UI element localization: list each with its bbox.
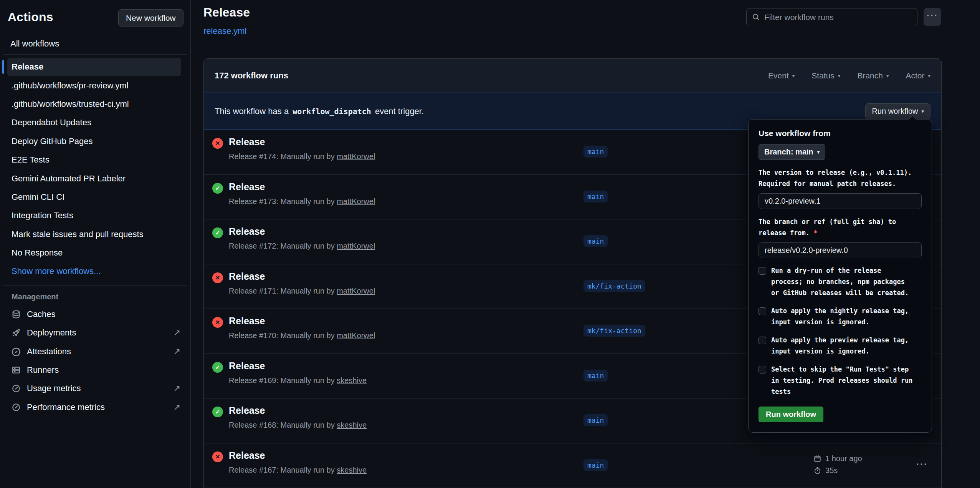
run-title-link[interactable]: Release	[229, 315, 265, 327]
runs-filters: Event▾ Status▾ Branch▾ Actor▾	[768, 71, 930, 80]
sidebar-item-dependabot-updates[interactable]: Dependabot Updates	[7, 113, 181, 132]
dry-run-checkbox[interactable]	[759, 267, 766, 275]
version-input[interactable]	[759, 193, 922, 209]
management-list: Caches Deployments ↗ Attestations ↗ Runn…	[0, 305, 190, 417]
branch-badge[interactable]: main	[583, 146, 608, 158]
sidebar-item-mark-stale[interactable]: Mark stale issues and pull requests	[7, 225, 181, 244]
branch-badge[interactable]: mk/fix-action	[583, 325, 645, 337]
run-title-link[interactable]: Release	[229, 360, 265, 372]
chevron-down-icon: ▾	[928, 73, 930, 79]
sidebar-item-label: Integration Tests	[12, 211, 73, 221]
meter-icon	[12, 403, 21, 412]
sidebar-item-label: Gemini CLI CI	[12, 192, 64, 202]
run-description: Release #173: Manually run by	[229, 197, 335, 206]
preview-tag-checkbox[interactable]	[759, 337, 766, 344]
run-title-link[interactable]: Release	[229, 181, 265, 193]
sidebar-item-no-response[interactable]: No Response	[7, 244, 181, 262]
nightly-tag-checkbox-label: Auto apply the nightly release tag, inpu…	[771, 305, 909, 328]
sidebar-item-label: Dependabot Updates	[12, 118, 91, 128]
active-indicator	[2, 60, 4, 74]
sidebar-item-integration-tests[interactable]: Integration Tests	[7, 206, 181, 225]
actor-link[interactable]: mattKorwel	[337, 242, 375, 250]
actor-link[interactable]: mattKorwel	[337, 152, 375, 161]
sidebar-item-gemini-pr-labeler[interactable]: Gemini Automated PR Labeler	[7, 169, 181, 188]
sidebar-item-all-workflows[interactable]: All workflows	[0, 35, 190, 52]
run-description: Release #168: Manually run by	[229, 421, 335, 429]
checkbox-field: Auto apply the nightly release tag, inpu…	[759, 305, 922, 328]
run-description: Release #167: Manually run by	[229, 466, 335, 474]
sidebar-item-label: Gemini Automated PR Labeler	[12, 174, 126, 184]
actor-link[interactable]: mattKorwel	[337, 287, 375, 295]
sidebar-item-release[interactable]: Release	[7, 58, 181, 76]
run-kebab-menu-button[interactable]: ···	[916, 459, 928, 470]
sidebar-item-pr-review[interactable]: .github/workflows/pr-review.yml	[7, 76, 181, 95]
sidebar-item-deployments[interactable]: Deployments ↗	[0, 324, 190, 342]
run-title-link[interactable]: Release	[229, 136, 265, 148]
meter-icon	[12, 384, 21, 393]
run-description: Release #170: Manually run by	[229, 331, 335, 340]
ref-field-label: The branch or ref (full git sha) to rele…	[759, 216, 922, 239]
sidebar-item-performance-metrics[interactable]: Performance metrics ↗	[0, 398, 190, 417]
sidebar-item-label: Mark stale issues and pull requests	[12, 229, 144, 239]
status-filter-dropdown[interactable]: Status▾	[811, 71, 840, 80]
verified-badge-icon	[12, 347, 21, 356]
actor-link[interactable]: skeshive	[337, 466, 367, 474]
actor-filter-dropdown[interactable]: Actor▾	[906, 71, 930, 80]
external-link-icon: ↗	[174, 347, 180, 357]
branch-filter-dropdown[interactable]: Branch▾	[857, 71, 889, 80]
sidebar-item-deploy-github-pages[interactable]: Deploy GitHub Pages	[7, 132, 181, 151]
filter-workflow-runs-input[interactable]	[764, 13, 912, 22]
branch-selector-button[interactable]: Branch: main ▾	[759, 144, 825, 160]
sidebar-item-label: Attestations	[27, 347, 71, 357]
actor-link[interactable]: mattKorwel	[337, 197, 375, 206]
nightly-tag-checkbox[interactable]	[759, 307, 766, 315]
page-kebab-menu-button[interactable]: ···	[924, 8, 941, 26]
sidebar-item-trusted-ci[interactable]: .github/workflows/trusted-ci.yml	[7, 95, 181, 113]
sidebar-header: Actions New workflow	[0, 0, 190, 35]
run-title-link[interactable]: Release	[229, 226, 265, 237]
management-section-header: Management	[12, 292, 190, 301]
run-title-link[interactable]: Release	[229, 271, 265, 282]
run-workflow-submit-button[interactable]: Run workflow	[759, 407, 823, 422]
stopwatch-icon	[813, 466, 821, 475]
actor-link[interactable]: mattKorwel	[337, 331, 375, 340]
actor-link[interactable]: skeshive	[337, 421, 367, 429]
branch-badge[interactable]: main	[583, 459, 608, 471]
workflow-run-row[interactable]: ✕ Release Release #167: Manually run by …	[204, 443, 941, 488]
sidebar-item-gemini-cli-ci[interactable]: Gemini CLI CI	[7, 188, 181, 206]
branch-badge[interactable]: mk/fix-action	[583, 280, 645, 292]
sidebar-item-runners[interactable]: Runners	[0, 361, 190, 379]
run-title-link[interactable]: Release	[229, 405, 265, 416]
rocket-icon	[12, 328, 21, 337]
run-description: Release #171: Manually run by	[229, 287, 335, 295]
external-link-icon: ↗	[174, 328, 180, 338]
show-more-workflows-link[interactable]: Show more workflows...	[7, 262, 181, 281]
branch-badge[interactable]: main	[583, 414, 608, 426]
status-failure-icon: ✕	[212, 138, 223, 149]
run-description: Release #169: Manually run by	[229, 376, 335, 385]
sidebar-item-label: Release	[12, 62, 43, 72]
workflow-file-link[interactable]: release.yml	[203, 26, 246, 36]
status-success-icon: ✓	[212, 407, 223, 417]
ref-input[interactable]	[759, 242, 922, 258]
skip-tests-checkbox[interactable]	[759, 366, 766, 373]
sidebar-item-label: Runners	[27, 365, 59, 375]
sidebar-item-label: .github/workflows/pr-review.yml	[12, 81, 128, 91]
sidebar-item-usage-metrics[interactable]: Usage metrics ↗	[0, 379, 190, 398]
branch-badge[interactable]: main	[583, 235, 608, 247]
sidebar-item-caches[interactable]: Caches	[0, 305, 190, 324]
sidebar-item-label: No Response	[12, 248, 63, 258]
event-filter-dropdown[interactable]: Event▾	[768, 71, 795, 80]
run-workflow-dropdown-button[interactable]: Run workflow ▾	[865, 103, 930, 120]
branch-badge[interactable]: main	[583, 370, 608, 382]
run-title-link[interactable]: Release	[229, 450, 265, 461]
sidebar-item-e2e-tests[interactable]: E2E Tests	[7, 151, 181, 169]
new-workflow-button[interactable]: New workflow	[118, 9, 183, 27]
branch-badge[interactable]: main	[583, 191, 608, 203]
external-link-icon: ↗	[174, 402, 180, 412]
status-success-icon: ✓	[212, 362, 223, 373]
sidebar-item-label: .github/workflows/trusted-ci.yml	[12, 99, 129, 109]
search-icon	[752, 13, 760, 21]
sidebar-item-attestations[interactable]: Attestations ↗	[0, 342, 190, 360]
actor-link[interactable]: skeshive	[337, 376, 367, 385]
